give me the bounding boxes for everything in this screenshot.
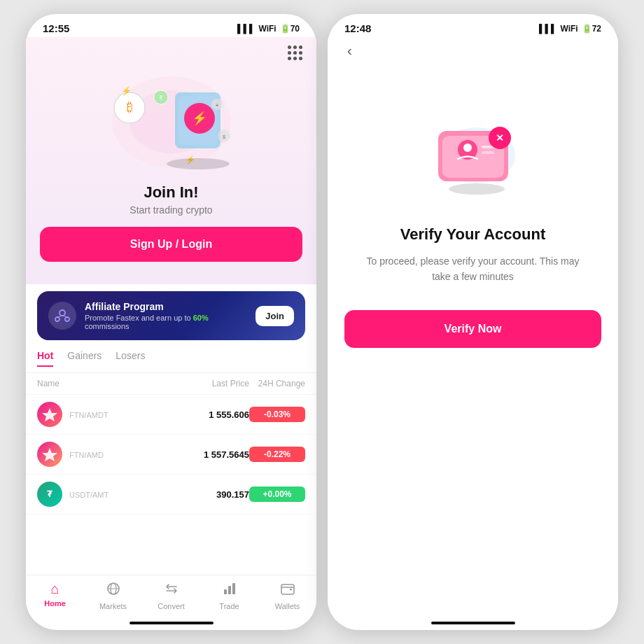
coin-logo-ftn1: [37, 402, 62, 427]
status-icons-right: ▌▌▌ WiFi 🔋72: [539, 24, 601, 34]
affiliate-svg: [55, 308, 70, 323]
status-bar-right: 12:48 ▌▌▌ WiFi 🔋72: [328, 14, 618, 37]
svg-text:₹: ₹: [159, 94, 163, 102]
convert-icon: [164, 581, 179, 600]
hero-illustration: ₿ ⚡ ⚡ ₹ + $: [102, 66, 241, 178]
home-icon: ⌂: [50, 581, 59, 597]
battery-icon: 🔋70: [280, 24, 300, 34]
svg-text:₿: ₿: [126, 100, 132, 114]
nav-markets[interactable]: Markets: [84, 581, 142, 610]
coin-row-ftn-amdt[interactable]: FTN/AMDT 1 555.606 -0.03%: [26, 395, 316, 435]
affiliate-join-button[interactable]: Join: [255, 306, 294, 326]
status-bar-left: 12:55 ▌▌▌ WiFi 🔋70: [26, 14, 316, 37]
affiliate-title: Affiliate Program: [85, 301, 247, 312]
affiliate-desc: Promote Fastex and earn up to 60% commis…: [85, 314, 247, 330]
coin-list: FTN/AMDT 1 555.606 -0.03% FTN/AMD 1 557.…: [26, 395, 316, 575]
header-name: Name: [37, 379, 172, 388]
nav-trade-label: Trade: [219, 602, 239, 610]
svg-rect-29: [232, 583, 235, 594]
coin-symbol-ftn1: FTN/AMDT: [69, 410, 172, 420]
verify-illustration: ✕: [417, 92, 529, 204]
nav-home[interactable]: ⌂ Home: [26, 581, 84, 610]
coin-info-usdt: USDT/AMT: [69, 489, 172, 500]
coin-logo-ftn2: [37, 442, 62, 467]
signup-button[interactable]: Sign Up / Login: [40, 227, 302, 262]
svg-point-18: [55, 317, 59, 321]
table-header: Name Last Price 24H Change: [26, 373, 316, 395]
verify-desc: To proceed, please verify your account. …: [361, 253, 585, 285]
svg-point-17: [59, 310, 65, 316]
nav-wallets[interactable]: Wallets: [258, 581, 316, 610]
tab-gainers[interactable]: Gainers: [67, 350, 102, 367]
svg-point-36: [463, 144, 472, 152]
trade-icon: [222, 581, 237, 600]
header-change: 24H Change: [249, 379, 305, 388]
svg-marker-22: [42, 408, 57, 421]
verify-svg: ✕: [417, 92, 529, 204]
affiliate-icon: [48, 302, 76, 330]
coin-row-usdt[interactable]: ₮ USDT/AMT 390.157 +0.00%: [26, 475, 316, 514]
bottom-nav: ⌂ Home Markets Convert Trade: [26, 575, 316, 622]
svg-line-20: [57, 316, 62, 317]
verify-now-button[interactable]: Verify Now: [344, 310, 601, 348]
svg-point-16: [167, 158, 230, 169]
phone1-main: ₿ ⚡ ⚡ ₹ + $: [26, 37, 316, 622]
top-icons-row: [40, 44, 302, 66]
coin-price-ftn1: 1 555.606: [172, 410, 249, 420]
dots-grid: [288, 46, 302, 60]
svg-line-21: [62, 316, 67, 317]
svg-text:⚡: ⚡: [192, 111, 208, 126]
svg-rect-28: [228, 586, 231, 594]
signal-icon-right: ▌▌▌: [539, 24, 557, 34]
tab-losers[interactable]: Losers: [115, 350, 145, 367]
coin-change-ftn2: -0.22%: [249, 447, 305, 462]
back-button[interactable]: ‹: [344, 37, 355, 64]
nav-convert-label: Convert: [158, 602, 185, 610]
svg-point-32: [449, 183, 505, 195]
nav-trade[interactable]: Trade: [200, 581, 258, 610]
phone-right: 12:48 ▌▌▌ WiFi 🔋72 ‹: [328, 14, 618, 630]
market-tabs: Hot Gainers Losers: [26, 340, 316, 373]
battery-icon-right: 🔋72: [582, 24, 601, 34]
tab-hot[interactable]: Hot: [37, 350, 53, 367]
home-indicator-right: [431, 622, 515, 624]
wifi-icon-right: WiFi: [560, 24, 578, 34]
svg-rect-27: [224, 589, 227, 594]
svg-text:+: +: [215, 102, 218, 108]
nav-convert[interactable]: Convert: [142, 581, 200, 610]
home-indicator-left: [130, 622, 214, 624]
coin-symbol-ftn2: FTN/AMD: [69, 449, 172, 460]
aff-highlight: 60%: [193, 314, 209, 322]
coin-row-ftn-amd[interactable]: FTN/AMD 1 557.5645 -0.22%: [26, 435, 316, 475]
coin-logo-usdt: ₮: [37, 482, 62, 507]
phone-left: 12:55 ▌▌▌ WiFi 🔋70: [26, 14, 316, 630]
coin-price-usdt: 390.157: [172, 489, 249, 500]
coin-info-ftn2: FTN/AMD: [69, 449, 172, 460]
affiliate-banner: Affiliate Program Promote Fastex and ear…: [37, 291, 305, 340]
status-time-left: 12:55: [43, 22, 69, 34]
svg-point-19: [65, 317, 69, 321]
svg-marker-23: [42, 448, 57, 461]
nav-wallets-label: Wallets: [275, 602, 300, 610]
header-price: Last Price: [172, 379, 249, 388]
svg-text:✕: ✕: [496, 132, 504, 144]
svg-text:$: $: [222, 134, 225, 140]
markets-icon: [106, 581, 121, 600]
aff-desc-prefix: Promote Fastex and earn up to: [85, 314, 193, 322]
svg-rect-38: [482, 151, 494, 154]
aff-desc-suffix: commissions: [85, 322, 130, 330]
join-subtitle: Start trading crypto: [130, 204, 212, 216]
coin-info-ftn1: FTN/AMDT: [69, 410, 172, 420]
coin-change-ftn1: -0.03%: [249, 407, 305, 422]
svg-rect-30: [281, 584, 294, 594]
affiliate-text: Affiliate Program Promote Fastex and ear…: [85, 301, 247, 330]
join-title: Join In!: [144, 183, 198, 202]
nav-home-label: Home: [44, 599, 66, 608]
nav-markets-label: Markets: [99, 602, 127, 610]
coin-change-usdt: +0.00%: [249, 486, 305, 502]
svg-text:⚡: ⚡: [121, 85, 132, 96]
hero-svg: ₿ ⚡ ⚡ ₹ + $: [102, 66, 241, 178]
verify-title: Verify Your Account: [400, 225, 545, 244]
wifi-icon: WiFi: [258, 24, 276, 34]
status-time-right: 12:48: [344, 22, 371, 34]
